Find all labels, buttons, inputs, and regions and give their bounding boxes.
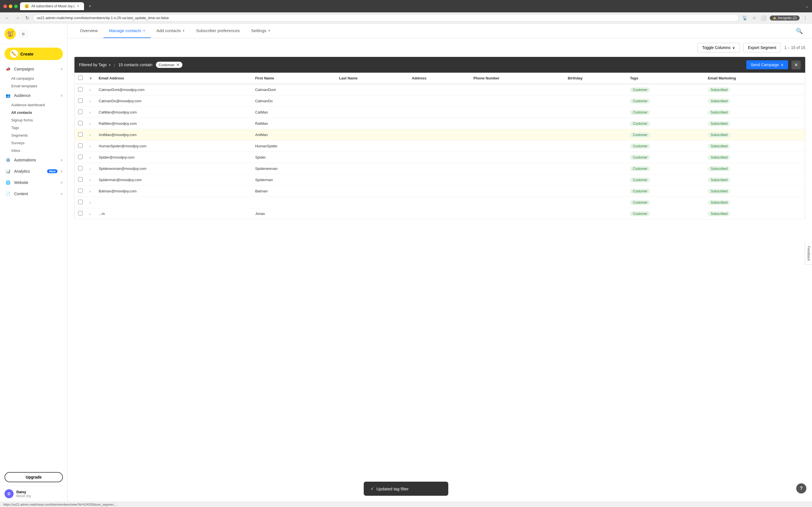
- row-checkbox-cell[interactable]: [75, 129, 86, 140]
- minimize-dot[interactable]: [9, 4, 12, 8]
- row-checkbox-cell[interactable]: [75, 197, 86, 208]
- row-checkbox[interactable]: [78, 110, 83, 114]
- row-expand-button[interactable]: ›: [89, 88, 91, 92]
- row-expand-cell[interactable]: ›: [86, 152, 95, 163]
- row-expand-button[interactable]: ›: [89, 212, 91, 216]
- sidebar-item-all-contacts[interactable]: All contacts: [0, 109, 67, 116]
- row-expand-cell[interactable]: ›: [86, 174, 95, 186]
- create-button[interactable]: ✏️ Create: [4, 48, 63, 60]
- tag-badge: Customer: [630, 87, 650, 93]
- sidebar-item-campaigns[interactable]: 📣 Campaigns ∧: [0, 63, 67, 75]
- new-tab-button[interactable]: +: [86, 4, 93, 9]
- row-expand-button[interactable]: ›: [89, 121, 91, 126]
- row-checkbox[interactable]: [78, 200, 83, 204]
- menu-icon[interactable]: ⋮: [802, 14, 809, 22]
- row-checkbox[interactable]: [78, 155, 83, 159]
- sidebar-item-website[interactable]: 🌐 Website ∨: [0, 177, 67, 188]
- row-expand-button[interactable]: ›: [89, 155, 91, 160]
- sidebar-item-inbox[interactable]: Inbox: [0, 147, 67, 154]
- row-checkbox-cell[interactable]: [75, 186, 86, 197]
- search-button[interactable]: 🔍: [794, 25, 805, 37]
- row-checkbox-cell[interactable]: [75, 96, 86, 107]
- tab-overview[interactable]: Overview: [74, 24, 103, 38]
- incognito-badge[interactable]: 🕵️ Incognito (2): [770, 15, 800, 20]
- row-expand-cell[interactable]: ›: [86, 208, 95, 219]
- send-campaign-button[interactable]: Send Campaign ∨: [746, 60, 788, 69]
- row-checkbox[interactable]: [78, 98, 83, 103]
- row-checkbox-cell[interactable]: [75, 163, 86, 174]
- sidebar-item-tags[interactable]: Tags: [0, 124, 67, 131]
- row-checkbox-cell[interactable]: [75, 208, 86, 219]
- row-checkbox-cell[interactable]: [75, 118, 86, 129]
- row-checkbox[interactable]: [78, 132, 83, 136]
- sidebar-item-automations[interactable]: ⚙️ Automations ∨: [0, 154, 67, 166]
- row-expand-button[interactable]: ›: [89, 99, 91, 103]
- refresh-button[interactable]: ↻: [24, 15, 31, 21]
- row-expand-cell[interactable]: ›: [86, 107, 95, 118]
- close-dot[interactable]: [3, 4, 7, 8]
- forward-button[interactable]: →: [13, 15, 21, 21]
- sidebar-item-email-templates[interactable]: Email templates: [0, 82, 67, 90]
- row-expand-button[interactable]: ›: [89, 189, 91, 193]
- cast-icon[interactable]: 📡: [741, 14, 749, 22]
- select-all-checkbox[interactable]: [78, 75, 83, 80]
- row-expand-button[interactable]: ›: [89, 133, 91, 137]
- filter-tag-remove-button[interactable]: ✕: [176, 62, 180, 67]
- row-expand-button[interactable]: ›: [89, 178, 91, 182]
- address-input[interactable]: [33, 14, 739, 22]
- row-checkbox[interactable]: [78, 144, 83, 148]
- bookmark-icon[interactable]: ☆: [751, 14, 757, 22]
- tab-add-contacts[interactable]: Add contacts ∨: [151, 24, 191, 38]
- row-expand-cell[interactable]: ›: [86, 84, 95, 96]
- row-expand-cell[interactable]: ›: [86, 96, 95, 107]
- row-checkbox[interactable]: [78, 177, 83, 182]
- row-expand-button[interactable]: ›: [89, 200, 91, 205]
- upgrade-button[interactable]: Upgrade: [4, 472, 63, 482]
- export-segment-button[interactable]: Export Segment: [743, 43, 781, 52]
- sidebar-item-audience[interactable]: 👥 Audience ∧: [0, 90, 67, 101]
- sidebar-item-surveys[interactable]: Surveys: [0, 139, 67, 147]
- header-select-all[interactable]: [75, 73, 86, 84]
- row-expand-button[interactable]: ›: [89, 110, 91, 115]
- row-expand-cell[interactable]: ›: [86, 163, 95, 174]
- maximize-dot[interactable]: [14, 4, 18, 8]
- filter-by-tags[interactable]: Filtered by Tags ∨: [79, 62, 111, 67]
- row-expand-button[interactable]: ›: [89, 166, 91, 171]
- extension-icon[interactable]: ⬜: [760, 14, 767, 22]
- row-expand-cell[interactable]: ›: [86, 129, 95, 140]
- tab-close-button[interactable]: ✕: [77, 4, 80, 8]
- tab-settings[interactable]: Settings ∨: [246, 24, 276, 38]
- row-checkbox-cell[interactable]: [75, 174, 86, 186]
- tab-subscriber-preferences[interactable]: Subscriber preferences: [190, 24, 245, 38]
- row-expand-cell[interactable]: ›: [86, 140, 95, 152]
- row-first-name: AntMan: [252, 129, 336, 140]
- row-checkbox-cell[interactable]: [75, 84, 86, 96]
- browser-tab[interactable]: 🐒 All subscribers of Mood Joy | ✕: [20, 2, 84, 10]
- row-checkbox[interactable]: [78, 87, 83, 92]
- sidebar-item-analytics[interactable]: 📊 Analytics New ∨: [0, 166, 67, 177]
- tab-manage-contacts[interactable]: Manage contacts ∨: [103, 24, 151, 38]
- row-checkbox[interactable]: [78, 121, 83, 125]
- toggle-columns-button[interactable]: Toggle Columns ∨: [697, 43, 740, 52]
- row-checkbox-cell[interactable]: [75, 140, 86, 152]
- back-button[interactable]: ←: [3, 15, 11, 21]
- user-profile[interactable]: D Daisy Mood Joy: [0, 486, 67, 502]
- row-checkbox[interactable]: [78, 188, 83, 193]
- sidebar-item-signup-forms[interactable]: Signup forms: [0, 116, 67, 124]
- row-checkbox-cell[interactable]: [75, 107, 86, 118]
- close-filter-button[interactable]: ✕: [792, 61, 801, 69]
- sidebar-item-all-campaigns[interactable]: All campaigns: [0, 75, 67, 82]
- row-checkbox-cell[interactable]: [75, 152, 86, 163]
- row-expand-button[interactable]: ›: [89, 144, 91, 149]
- row-checkbox[interactable]: [78, 211, 83, 216]
- sidebar-item-segments[interactable]: Segments: [0, 131, 67, 139]
- row-expand-cell[interactable]: ›: [86, 197, 95, 208]
- row-expand-cell[interactable]: ›: [86, 186, 95, 197]
- row-checkbox[interactable]: [78, 166, 83, 170]
- help-button[interactable]: ?: [796, 483, 806, 494]
- sidebar-toggle-button[interactable]: ⊞: [19, 31, 28, 38]
- sidebar-item-audience-dashboard[interactable]: Audience dashboard: [0, 101, 67, 109]
- sidebar-item-content[interactable]: 📄 Content ∨: [0, 188, 67, 200]
- row-expand-cell[interactable]: ›: [86, 118, 95, 129]
- feedback-tab[interactable]: Feedback: [805, 242, 812, 265]
